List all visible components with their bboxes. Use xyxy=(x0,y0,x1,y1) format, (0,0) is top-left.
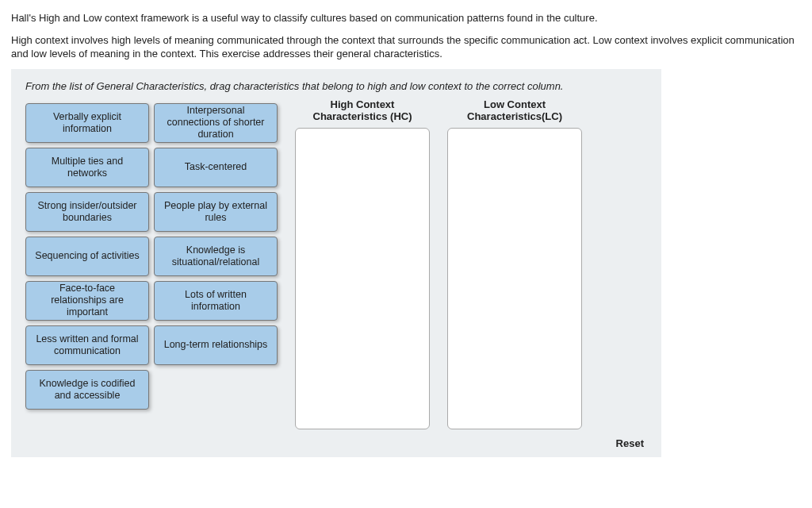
card-less-written[interactable]: Less written and formal communication xyxy=(25,325,149,365)
lc-column: Low Context Characteristics(LC) xyxy=(447,98,582,429)
exercise-instruction: From the list of General Characteristics… xyxy=(25,80,647,94)
card-insider-outsider[interactable]: Strong insider/outsider boundaries xyxy=(25,192,149,232)
reset-button[interactable]: Reset xyxy=(616,437,644,449)
lc-dropzone[interactable] xyxy=(447,128,582,429)
hc-title: High Context Characteristics (HC) xyxy=(295,98,430,123)
intro-text: Hall's High and Low context framework is… xyxy=(11,11,801,61)
lc-title: Low Context Characteristics(LC) xyxy=(447,98,582,123)
exercise-panel: From the list of General Characteristics… xyxy=(11,69,661,457)
card-external-rules[interactable]: People play by external rules xyxy=(154,192,278,232)
intro-paragraph-2: High context involves high levels of mea… xyxy=(11,33,801,61)
card-verbally-explicit[interactable]: Verbally explicit information xyxy=(25,103,149,143)
card-task-centered[interactable]: Task-centered xyxy=(154,148,278,187)
card-knowledge-situational[interactable]: Knowledge is situational/relational xyxy=(154,237,278,276)
source-cards-grid: Verbally explicit information Interperso… xyxy=(25,103,278,410)
hc-dropzone[interactable] xyxy=(295,128,430,429)
card-long-term[interactable]: Long-term relationships xyxy=(154,325,278,365)
card-interpersonal-shorter[interactable]: Interpersonal connections of shorter dur… xyxy=(154,103,278,143)
intro-paragraph-1: Hall's High and Low context framework is… xyxy=(11,11,801,25)
card-multiple-ties[interactable]: Multiple ties and networks xyxy=(25,148,149,187)
hc-column: High Context Characteristics (HC) xyxy=(295,98,430,429)
card-sequencing[interactable]: Sequencing of activities xyxy=(25,237,149,276)
card-face-to-face[interactable]: Face-to-face relationships are important xyxy=(25,281,149,321)
work-area: Verbally explicit information Interperso… xyxy=(25,98,647,429)
target-columns: High Context Characteristics (HC) Low Co… xyxy=(295,98,582,429)
card-written-info[interactable]: Lots of written information xyxy=(154,281,278,321)
card-knowledge-codified[interactable]: Knowledge is codified and accessible xyxy=(25,370,149,410)
page-root: Hall's High and Low context framework is… xyxy=(0,0,812,465)
reset-row: Reset xyxy=(25,429,647,449)
